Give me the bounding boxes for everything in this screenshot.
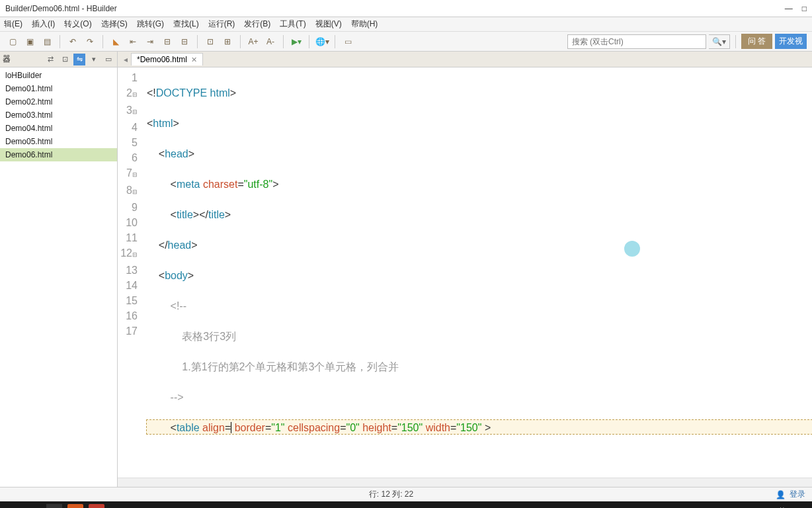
toolbar: ▢ ▣ ▤ ↶ ↷ ◣ ⇤ ⇥ ⊟ ⊟ ⊡ ⊞ A+ A- ▶▾ 🌐▾ ▭ 🔍▾…	[0, 32, 812, 52]
font-decrease-icon[interactable]: A-	[263, 34, 278, 49]
align-right-icon[interactable]: ⊟	[177, 34, 192, 49]
hbuilder-icon[interactable]: H	[89, 504, 104, 508]
ime-lang[interactable]: 英	[778, 506, 786, 509]
file-item[interactable]: Demo02.html	[0, 95, 117, 108]
search-input[interactable]	[567, 34, 706, 49]
separator	[197, 35, 198, 48]
menu-edit[interactable]: 辑(E)	[4, 19, 22, 30]
separator	[335, 35, 335, 48]
menu-find[interactable]: 查找(L)	[173, 19, 199, 30]
file-item[interactable]: Demo01.html	[0, 82, 117, 95]
collapse-icon[interactable]: ⇄	[44, 54, 56, 65]
login-area[interactable]: 👤 登录	[776, 489, 805, 500]
file-item[interactable]: Demo05.html	[0, 135, 117, 148]
file-item[interactable]: Demo03.html	[0, 108, 117, 122]
main-area: 器 ⇄ ⊡ ⇋ ▾ ▭ loHBuilder Demo01.html Demo0…	[0, 52, 812, 487]
window-titlebar: Builder/Demo06.html - HBuilder — □	[0, 0, 812, 17]
outdent-icon[interactable]: ⇤	[126, 34, 140, 49]
editor-tab[interactable]: *Demo06.html ✕	[131, 53, 203, 65]
browser-icon[interactable]: 🌐▾	[315, 34, 329, 49]
chrome-icon[interactable]: ◉	[110, 504, 126, 508]
file-item[interactable]: loHBuilder	[0, 69, 117, 82]
separator	[240, 35, 241, 48]
bookmark-icon[interactable]: ◣	[108, 34, 123, 49]
sync-icon[interactable]: ⇋	[73, 54, 85, 65]
separator	[309, 35, 309, 48]
separator	[735, 35, 736, 48]
windows-taskbar: ⊞ □ T S H ◉ ^ ❀ 🖥 英 19:2	[0, 501, 812, 508]
file-item[interactable]: Demo04.html	[0, 122, 117, 135]
link-icon[interactable]: ⊡	[59, 54, 71, 65]
tab-prev-icon[interactable]: ◂	[120, 55, 131, 64]
dev-view-button[interactable]: 开发视	[775, 34, 807, 49]
menu-view[interactable]: 视图(V)	[315, 19, 342, 30]
tab-bar: ◂ *Demo06.html ✕	[118, 52, 812, 67]
new-file-icon[interactable]: ▢	[5, 34, 20, 49]
redo-icon[interactable]: ↷	[83, 34, 97, 49]
qa-button[interactable]: 问 答	[741, 34, 772, 49]
system-tray: ^ ❀ 🖥 英 19:2	[740, 506, 808, 509]
menu-icon[interactable]: ▾	[88, 54, 100, 65]
maximize-button[interactable]: □	[802, 4, 807, 13]
layout-icon[interactable]: ⊞	[220, 34, 235, 49]
save-all-icon[interactable]: ▤	[40, 34, 54, 49]
menu-help[interactable]: 帮助(H)	[351, 19, 378, 30]
device-icon[interactable]: ▭	[341, 34, 355, 49]
indent-icon[interactable]: ⇥	[143, 34, 157, 49]
code-content[interactable]: <!DOCTYPE html> <html> <head> <meta char…	[143, 67, 812, 478]
minimize-panel-icon[interactable]: ▭	[102, 54, 114, 65]
task-app-icon[interactable]: T	[46, 504, 62, 508]
align-left-icon[interactable]: ⊟	[160, 34, 175, 49]
run-icon[interactable]: ▶▾	[289, 34, 304, 49]
horizontal-scrollbar[interactable]	[118, 478, 812, 487]
menu-transform[interactable]: 转义(O)	[64, 19, 91, 30]
editor-area: ◂ *Demo06.html ✕ 1 2⊟ 3⊟ 4 5 6 7⊟ 8⊟ 9 1…	[118, 52, 812, 487]
explorer-header: 器 ⇄ ⊡ ⇋ ▾ ▭	[0, 52, 117, 67]
file-explorer: 器 ⇄ ⊡ ⇋ ▾ ▭ loHBuilder Demo01.html Demo0…	[0, 52, 118, 487]
window-title: Builder/Demo06.html - HBuilder	[5, 4, 785, 13]
menu-bar: 辑(E) 插入(I) 转义(O) 选择(S) 跳转(G) 查找(L) 运行(R)…	[0, 17, 812, 32]
status-bar: 行: 12 列: 22 👤 登录	[0, 487, 812, 501]
start-icon[interactable]: ⊞	[4, 504, 20, 508]
window-controls: — □	[785, 4, 807, 13]
menu-tools[interactable]: 工具(T)	[280, 19, 305, 30]
search-dropdown[interactable]: 🔍▾	[709, 34, 730, 49]
menu-run[interactable]: 运行(R)	[208, 19, 235, 30]
file-list: loHBuilder Demo01.html Demo02.html Demo0…	[0, 67, 117, 163]
task-app-icon[interactable]: □	[25, 504, 41, 508]
format-icon[interactable]: ⊡	[203, 34, 218, 49]
login-label: 登录	[790, 489, 805, 500]
file-item-active[interactable]: Demo06.html	[0, 148, 117, 161]
sublime-icon[interactable]: S	[67, 504, 83, 508]
menu-select[interactable]: 选择(S)	[101, 19, 128, 30]
undo-icon[interactable]: ↶	[65, 34, 80, 49]
separator	[283, 35, 284, 48]
close-icon[interactable]: ✕	[191, 56, 197, 64]
code-editor[interactable]: 1 2⊟ 3⊟ 4 5 6 7⊟ 8⊟ 9 10 11 12⊟ 13 14 15…	[118, 67, 812, 478]
menu-jump[interactable]: 跳转(G)	[137, 19, 164, 30]
cursor-position: 行: 12 列: 22	[7, 489, 776, 500]
separator	[60, 35, 60, 48]
tab-label: *Demo06.html	[137, 55, 187, 64]
save-icon[interactable]: ▣	[22, 34, 37, 49]
minimize-button[interactable]: —	[785, 4, 793, 13]
user-icon: 👤	[776, 490, 786, 499]
separator	[102, 35, 103, 48]
line-gutter: 1 2⊟ 3⊟ 4 5 6 7⊟ 8⊟ 9 10 11 12⊟ 13 14 15…	[118, 67, 143, 478]
explorer-title: 器	[3, 54, 11, 65]
menu-insert[interactable]: 插入(I)	[32, 19, 55, 30]
font-increase-icon[interactable]: A+	[246, 34, 261, 49]
menu-publish[interactable]: 发行(B)	[244, 19, 270, 30]
